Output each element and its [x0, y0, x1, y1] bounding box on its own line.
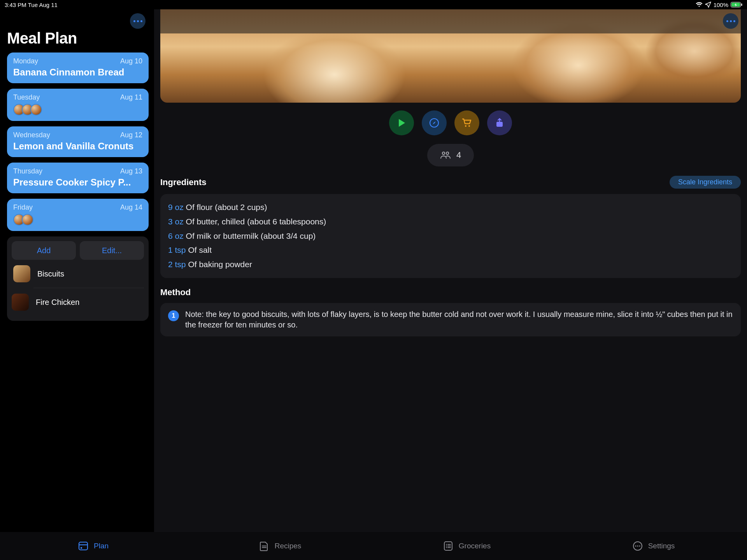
- method-title: Method: [160, 287, 494, 298]
- sidebar-more-button[interactable]: [130, 13, 146, 29]
- day-date: Aug 10: [120, 57, 142, 65]
- status-time: 3:43 PM Tue Aug 11: [5, 2, 58, 8]
- day-thumbs: [13, 214, 142, 226]
- detail-pane: 4 Ingredients Scale Ingredients 9 oz Of …: [154, 9, 494, 373]
- ingredient-row: 6 oz Of milk or buttermilk (about 3/4 cu…: [168, 229, 494, 243]
- day-date: Aug 13: [120, 167, 142, 175]
- action-row: [154, 110, 494, 135]
- svg-point-8: [446, 152, 449, 154]
- queue-item-label: Biscuits: [37, 270, 64, 278]
- day-date: Aug 11: [120, 93, 142, 102]
- people-icon: [440, 151, 451, 159]
- cook-button[interactable]: [389, 110, 414, 135]
- add-button[interactable]: Add: [12, 241, 76, 260]
- day-meal: Pressure Cooker Spicy P...: [13, 177, 142, 188]
- day-date: Aug 12: [120, 131, 142, 139]
- cart-icon: [461, 118, 472, 128]
- recipe-hero-image: [160, 9, 494, 103]
- play-icon: [397, 118, 406, 128]
- ingredient-row: 3 oz Of butter, chilled (about 6 tablesp…: [168, 215, 494, 229]
- day-card-tuesday[interactable]: TuesdayAug 11: [7, 89, 149, 121]
- explore-button[interactable]: [422, 110, 447, 135]
- svg-point-5: [468, 125, 470, 127]
- ingredients-card: 9 oz Of flour (about 2 cups) 3 oz Of but…: [160, 194, 494, 278]
- queue-item-label: Fire Chicken: [36, 298, 79, 307]
- sidebar: Meal Plan MondayAug 10 Banana Cinnamon B…: [0, 9, 154, 373]
- method-step: 1 Note: the key to good biscuits, with l…: [160, 303, 494, 336]
- edit-button[interactable]: Edit...: [80, 241, 144, 260]
- queue-item[interactable]: Biscuits: [12, 260, 144, 288]
- recipe-thumb-icon: [13, 265, 30, 282]
- compass-icon: [429, 118, 439, 128]
- ingredient-row: 9 oz Of flour (about 2 cups): [168, 200, 494, 215]
- day-name: Thursday: [13, 167, 42, 175]
- svg-point-4: [465, 125, 466, 127]
- more-icon: [133, 20, 142, 22]
- servings-count: 4: [456, 150, 461, 160]
- day-card-wednesday[interactable]: WednesdayAug 12 Lemon and Vanilla Cronut…: [7, 126, 149, 157]
- servings-pill[interactable]: 4: [427, 144, 474, 166]
- day-name: Friday: [13, 203, 33, 212]
- day-name: Wednesday: [13, 131, 50, 139]
- ingredient-row: 2 tsp Of baking powder: [168, 257, 494, 272]
- share-button[interactable]: [487, 110, 494, 135]
- ingredients-title: Ingredients: [160, 177, 207, 187]
- ingredient-row: 1 tsp Of salt: [168, 243, 494, 257]
- page-title: Meal Plan: [7, 30, 149, 47]
- queue-item[interactable]: Fire Chicken: [33, 288, 144, 316]
- day-card-thursday[interactable]: ThursdayAug 13 Pressure Cooker Spicy P..…: [7, 163, 149, 193]
- day-name: Tuesday: [13, 93, 40, 102]
- day-card-monday[interactable]: MondayAug 10 Banana Cinnamon Bread: [7, 52, 149, 83]
- recipe-thumb-icon: [12, 294, 29, 311]
- status-bar: 3:43 PM Tue Aug 11 100%: [0, 0, 494, 9]
- day-thumbs: [13, 104, 142, 116]
- day-meal: Lemon and Vanilla Cronuts: [13, 141, 142, 152]
- step-number: 1: [168, 310, 179, 321]
- step-text: Note: the key to good biscuits, with lot…: [185, 309, 494, 330]
- groceries-button[interactable]: [454, 110, 479, 135]
- svg-point-7: [442, 152, 445, 154]
- queue-panel: Add Edit... Biscuits Fire Chicken: [7, 236, 149, 321]
- day-card-friday[interactable]: FridayAug 14: [7, 199, 149, 231]
- day-date: Aug 14: [120, 203, 142, 212]
- day-name: Monday: [13, 57, 38, 65]
- day-meal: Banana Cinnamon Bread: [13, 67, 142, 78]
